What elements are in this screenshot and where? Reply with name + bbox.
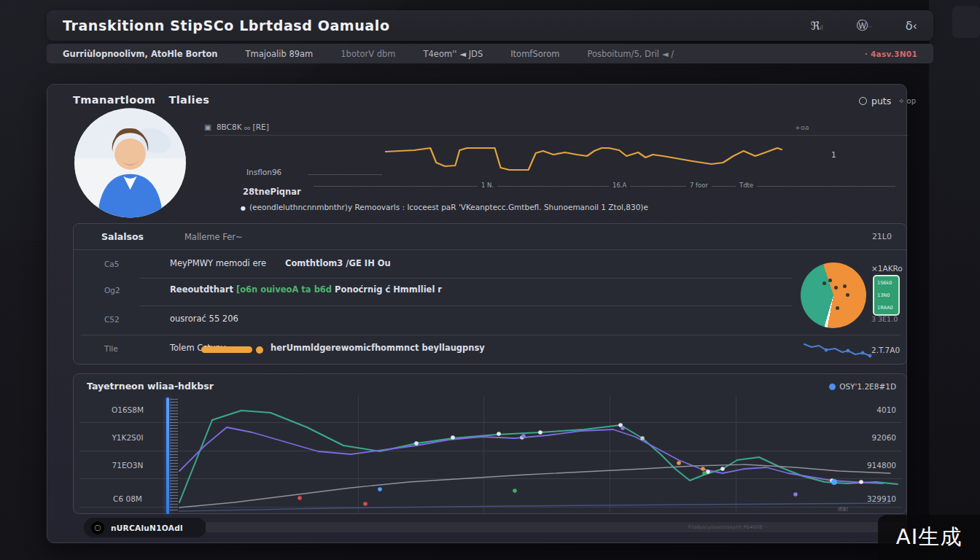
refresh-button[interactable]: puts [859,96,891,106]
row-note: herUmmldgerewomicfhommnct beyllaugpnsy [271,343,485,353]
ai-watermark: AI生成 [878,515,980,560]
overview-label-2: 28tnePiqnar [243,187,301,197]
chip-circle-icon: ◯ [91,521,104,534]
panel-title-sub: Tlalies [168,94,209,106]
nav-item-3[interactable]: 1botorV dbm [341,49,395,59]
nav-bar: Gurriùlopnoolivm, AtoHle Borton Tmajoali… [47,44,933,63]
timeline-title: Tayetrneon wliaa-hdkbsr [87,381,214,392]
stats-table-card: Salalsos Malleme Fer~ 21L0 Ca5 MeyPMWY m… [73,223,907,365]
axis-tick-label: 7 foor [686,182,712,189]
row-sparkline-chart [803,341,873,361]
app-title: Transkitionn StipSCo Lbrtdasd Oamualo [63,18,390,34]
footer-scrollbar[interactable]: Flodyscylssesrseylrt·Pb40llE ·· [206,522,907,532]
timeline-card: Tayetrneon wliaa-hdkbsr OSY'1.2E8#1D O16… [73,373,907,514]
timeline-chart [172,396,901,513]
footer-strip-text: Flodyscylssesrseylrt·Pb40llE ·· [688,524,769,530]
legend-line: 1S6k0 [877,280,895,286]
row-key: C52 [104,315,120,324]
overview-meta-text: 8BC8K ₀₀ [RE] [217,122,269,135]
row-value: 2.T.7A0 [871,346,900,354]
status-dot-icon [829,384,836,390]
overview-x-axis: 1 N.16.A7 foorTdte [314,186,895,187]
timeline-row-label[interactable]: O16S8M [93,405,163,414]
row-key: Og2 [104,286,120,295]
panel-title-main: Tmanartloom [73,94,155,106]
chip-label: nURCAluN1OAdl [111,524,183,532]
share-icon[interactable]: δ‹ [906,19,917,33]
row-divider [139,306,792,306]
row-divider [139,278,792,279]
footer-chip-button[interactable]: ◯ nURCAluN1OAdl [84,518,206,537]
overview-label-1: Insflon96 [246,168,281,176]
nav-item-2[interactable]: Tmajoalib 89am [246,49,314,59]
ruler-bar[interactable] [166,397,169,514]
panel-title: TmanartloomTlalies [73,94,209,106]
row-divider [81,335,901,335]
app-root: Transkitionn StipSCo Lbrtdasd Oamualo ℜı… [0,0,980,560]
axis-tick-label: 16.A [609,182,630,189]
row-key: Ca5 [104,260,119,268]
table-row[interactable]: MeyPMWY memodi ereComthtlom3 /GE IH Ou [170,258,391,268]
timeline-badge: OSY'1.2E8#1D [829,382,896,391]
background-right-band [929,0,980,560]
legend-line: 13N0 [877,292,895,298]
overview-description: ●(eeondleluthncnnmbnthr)y Remoovarls : l… [241,203,897,211]
top-header-bar: Transkitionn StipSCo Lbrtdasd Oamualo ℜı… [47,10,933,41]
table-header-value: 21L0 [872,232,892,241]
table-row[interactable]: ousrorać 55 206 [170,314,238,324]
overview-line-chart [385,139,795,190]
refresh-icon [859,97,867,105]
profile-avatar [73,107,187,219]
row-key: Tlle [104,344,118,353]
timeline-row-label[interactable]: Y1K2S0I [93,433,163,442]
corner-decoration [952,6,980,38]
nav-item-1[interactable]: Gurriùlopnoolivm, AtoHle Borton [63,49,218,59]
overview-marker: 1 [831,150,836,159]
axis-tick-label: 1 N. [478,182,497,189]
pie-chart [801,262,866,328]
table-title: Salalsos [101,231,144,242]
row-value: ×1AKRo [871,264,903,273]
nav-item-4[interactable]: T4eom'' ◄ JDS [424,49,483,59]
nav-item-5[interactable]: ItomfSorom [510,49,559,59]
row-value: 3 3E1.0 [871,315,898,323]
watermark-text: AI生成 [896,523,962,552]
ornament-icon-1[interactable]: ℜıl [810,19,822,33]
table-subtitle: Malleme Fer~ [184,232,243,242]
progress-bar [201,346,252,353]
avatar-image [73,107,187,219]
timeline-row-label[interactable]: C6 08M [93,494,163,503]
ornament-icon-2[interactable]: Ⓦ·· [857,18,872,34]
bullet-icon: ● [241,205,246,211]
table-header: Salalsos Malleme Fer~ 21L0 [74,224,906,250]
overview-right-hint: +oa [795,123,809,131]
progress-bar-dot [256,346,263,354]
panel-aux-icon[interactable]: ✧ op [898,97,916,105]
grid-icon: ▣ [204,122,211,135]
legend-line: 1RAA0 [877,305,895,311]
legend-box: 1S6k0 13N0 1RAA0 [873,275,900,316]
overview-divider-line [308,174,382,175]
table-row[interactable]: Reeoutdthart [o6n ouiveoA ta b6d Ponoćrn… [170,284,442,295]
timeline-row-label[interactable]: 71EO3N [93,461,163,470]
axis-tick-label: Tdte [736,182,757,189]
nav-item-6[interactable]: Posboitum/5, Dril ◄ / [587,49,674,59]
nav-alert-text: · 4asv.3N01 [865,50,917,58]
